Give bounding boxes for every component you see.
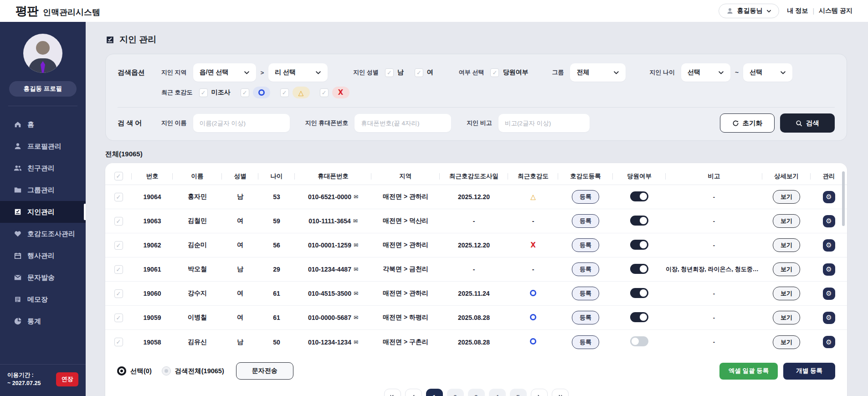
row-checkbox[interactable]: ✓ [114, 193, 123, 201]
col-name: 이름 [173, 172, 222, 180]
reset-button[interactable]: 초기화 [720, 113, 775, 133]
favor-triangle-checkbox[interactable]: ✓ [280, 88, 289, 97]
gender-male-checkbox[interactable]: ✓ [385, 68, 394, 77]
last-page-button[interactable] [552, 389, 569, 396]
prev-page-button[interactable] [405, 389, 422, 396]
sidebar-item-프로필관리[interactable]: 프로필관리 [0, 135, 86, 157]
row-checkbox[interactable]: ✓ [114, 265, 123, 274]
region-eupmyeon-select[interactable]: 읍/면 선택 [193, 63, 256, 82]
manage-gear-icon[interactable]: ⚙ [823, 288, 835, 300]
row-checkbox[interactable]: ✓ [114, 289, 123, 298]
favor-register-button[interactable]: 등록 [572, 311, 599, 324]
cell-region: 매전면 > 덕산리 [371, 217, 440, 225]
system-notice-link[interactable]: 시스템 공지 [819, 7, 853, 15]
age-range-tilde: ~ [735, 69, 739, 76]
page-button-5[interactable]: 5 [510, 389, 527, 396]
manage-gear-icon[interactable]: ⚙ [823, 263, 835, 276]
note-search-input[interactable] [498, 114, 590, 132]
group-select[interactable]: 전체 [570, 63, 626, 82]
favor-register-button[interactable]: 등록 [572, 214, 599, 228]
envelope-icon[interactable]: ✉ [354, 290, 358, 297]
row-checkbox[interactable]: ✓ [114, 338, 123, 346]
profile-button[interactable]: 홍길동 프로필 [9, 81, 77, 97]
party-member-toggle[interactable] [630, 264, 648, 274]
envelope-icon[interactable]: ✉ [353, 218, 358, 224]
age-from-select[interactable]: 선택 [681, 63, 730, 82]
manage-gear-icon[interactable]: ⚙ [823, 191, 835, 203]
phone-search-input[interactable] [354, 114, 451, 132]
cell-no: 19061 [132, 266, 173, 273]
detail-view-button[interactable]: 보기 [773, 190, 800, 204]
name-search-input[interactable] [193, 114, 290, 132]
favor-register-button[interactable]: 등록 [572, 190, 599, 204]
row-checkbox[interactable]: ✓ [114, 241, 123, 250]
individual-register-button[interactable]: 개별 등록 [783, 363, 835, 380]
top-bar: 평판 인맥관리시스템 홍길동님 내 정보 | 시스템 공지 [0, 0, 868, 22]
party-member-toggle[interactable] [630, 240, 648, 250]
row-checkbox[interactable]: ✓ [114, 314, 123, 322]
age-to-select[interactable]: 선택 [743, 63, 792, 82]
favor-register-button[interactable]: 등록 [572, 238, 599, 252]
cell-phone: 010-0000-5687 [308, 314, 351, 321]
heart-icon [14, 230, 22, 238]
first-page-button[interactable] [384, 389, 401, 396]
select-all-checkbox[interactable]: ✓ [114, 172, 123, 180]
manage-gear-icon[interactable]: ⚙ [823, 336, 835, 348]
favor-o-checkbox[interactable]: ✓ [241, 88, 249, 97]
excel-bulk-register-button[interactable]: 엑셀 일괄 등록 [719, 363, 778, 380]
envelope-icon[interactable]: ✉ [354, 339, 358, 345]
envelope-icon[interactable]: ✉ [354, 242, 358, 248]
party-member-toggle[interactable] [630, 288, 648, 298]
manage-gear-icon[interactable]: ⚙ [823, 239, 835, 252]
page-button-1[interactable]: 1 [426, 389, 443, 396]
selected-radio[interactable]: 선택(0) [117, 366, 152, 375]
sidebar-item-친구관리[interactable]: 친구관리 [0, 157, 86, 179]
page-button-4[interactable]: 4 [489, 389, 506, 396]
next-page-button[interactable] [531, 389, 548, 396]
envelope-icon[interactable]: ✉ [354, 194, 358, 200]
extend-button[interactable]: 연장 [56, 372, 78, 386]
party-member-toggle[interactable] [630, 336, 648, 346]
search-all-radio-button[interactable] [162, 366, 171, 375]
envelope-icon[interactable]: ✉ [354, 266, 358, 273]
user-menu-button[interactable]: 홍길동님 [719, 4, 779, 18]
favor-x-checkbox[interactable]: ✓ [320, 88, 329, 97]
sidebar-item-행사관리[interactable]: 행사관리 [0, 245, 86, 267]
manage-gear-icon[interactable]: ⚙ [823, 215, 835, 227]
manage-gear-icon[interactable]: ⚙ [823, 312, 835, 324]
region-ri-select[interactable]: 리 선택 [268, 63, 328, 82]
party-member-toggle[interactable] [630, 216, 648, 226]
row-checkbox[interactable]: ✓ [114, 217, 123, 226]
search-button[interactable]: 검색 [780, 113, 835, 133]
sidebar-item-통계[interactable]: 통계 [0, 310, 86, 332]
detail-view-button[interactable]: 보기 [773, 335, 800, 349]
sidebar-item-홈[interactable]: 홈 [0, 113, 86, 135]
search-all-radio[interactable]: 검색전체(19065) [162, 366, 224, 375]
sidebar-item-지인관리[interactable]: 지인관리 [0, 201, 86, 223]
detail-view-button[interactable]: 보기 [773, 287, 800, 300]
my-info-link[interactable]: 내 정보 [787, 7, 808, 15]
detail-view-button[interactable]: 보기 [773, 238, 800, 252]
sms-send-button[interactable]: 문자전송 [236, 362, 293, 380]
envelope-icon[interactable]: ✉ [354, 314, 358, 321]
gender-female-checkbox[interactable]: ✓ [415, 68, 423, 77]
favor-register-button[interactable]: 등록 [572, 335, 599, 349]
selected-radio-button[interactable] [117, 366, 126, 375]
detail-view-button[interactable]: 보기 [773, 214, 800, 228]
sidebar-item-그룹관리[interactable]: 그룹관리 [0, 179, 86, 201]
sidebar-item-문자발송[interactable]: 문자발송 [0, 267, 86, 288]
favor-register-button[interactable]: 등록 [572, 262, 599, 276]
party-member-toggle[interactable] [630, 312, 648, 322]
party-member-checkbox[interactable]: ✓ [490, 68, 499, 77]
party-member-toggle[interactable] [630, 191, 648, 201]
favor-register-button[interactable]: 등록 [572, 287, 599, 300]
chevron-down-icon [244, 70, 250, 76]
favor-uninspected-checkbox[interactable]: ✓ [199, 88, 208, 97]
page-button-3[interactable]: 3 [468, 389, 485, 396]
detail-view-button[interactable]: 보기 [773, 262, 800, 276]
sidebar-item-메모장[interactable]: 메모장 [0, 288, 86, 310]
detail-view-button[interactable]: 보기 [773, 311, 800, 324]
page-button-2[interactable]: 2 [447, 389, 464, 396]
table-header-row: ✓ 번호 이름 성별 나이 휴대폰번호 지역 최근호감도조사일 최근호감도 호감… [105, 168, 847, 185]
sidebar-item-호감도조사관리[interactable]: 호감도조사관리 [0, 223, 86, 245]
